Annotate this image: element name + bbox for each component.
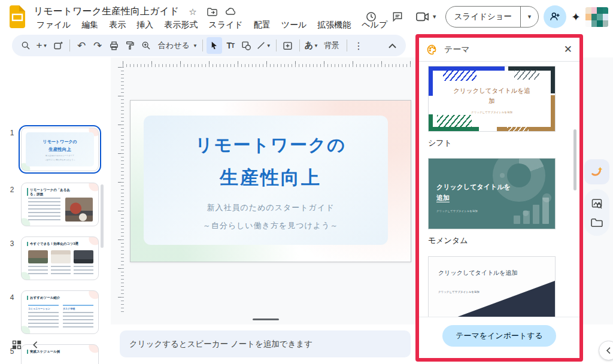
share-button[interactable]: [544, 5, 566, 28]
grid-view-icon[interactable]: [12, 340, 22, 350]
search-icon[interactable]: [18, 37, 34, 54]
image-search-icon[interactable]: [591, 198, 603, 210]
menu-tools[interactable]: ツール: [276, 19, 312, 32]
filmstrip: 1 リモートワークの 生産性向上 新入社員のためのスタートガイド ～自分らしい働…: [0, 60, 111, 335]
slideshow-label[interactable]: スライドショー: [446, 7, 520, 27]
thumb-photo: [74, 250, 93, 263]
menu-slide[interactable]: スライド: [203, 19, 248, 32]
print-icon[interactable]: [106, 37, 122, 54]
avatar-pixel: [597, 7, 603, 14]
theme-placeholder-title: クリックしてタイトルを追加: [438, 269, 518, 277]
add-slide-button[interactable]: +▼: [34, 37, 50, 54]
new-slide-layout-icon[interactable]: [50, 37, 66, 54]
palette-icon: [426, 44, 438, 56]
theme-decoration: [551, 66, 555, 93]
google-slides-logo[interactable]: [10, 5, 26, 28]
addon-icon: [590, 165, 603, 178]
speaker-notes[interactable]: クリックするとスピーカー ノートを追加できます: [120, 330, 411, 357]
addon-button[interactable]: [584, 159, 609, 184]
move-folder-icon[interactable]: [207, 7, 217, 17]
thumb-photo: [28, 250, 48, 263]
theme-panel-header: テーマ ✕: [419, 38, 579, 62]
comments-icon[interactable]: [387, 6, 408, 28]
thumb-heading: 今すぐできる！効率化のコツ3選: [27, 242, 78, 246]
menu-extensions[interactable]: 拡張機能: [312, 19, 356, 32]
theme-option-3[interactable]: クリックしてタイトルを追加 クリックしてサブタイトルを追加: [428, 256, 556, 317]
insert-placeholder-icon[interactable]: [280, 37, 296, 54]
cloud-saved-icon[interactable]: [226, 7, 236, 17]
chevron-left-icon: [606, 347, 611, 354]
theme-placeholder-subtitle: クリックしてサブタイトルを追加: [436, 210, 478, 213]
theme-decoration: [429, 257, 555, 317]
font-menu[interactable]: あ▼: [304, 37, 320, 54]
gemini-icon[interactable]: ✦: [571, 10, 581, 24]
background-button[interactable]: 背景: [320, 37, 343, 54]
text-box-icon[interactable]: TT: [223, 37, 238, 54]
slide-title-line1[interactable]: リモートワークの: [195, 134, 346, 157]
undo-icon[interactable]: ↶: [74, 37, 89, 54]
folder-icon[interactable]: [591, 218, 603, 228]
document-title[interactable]: リモートワーク生産性向上ガイド: [34, 5, 179, 18]
select-cursor-icon[interactable]: [207, 37, 222, 54]
theme-decoration: [514, 70, 539, 80]
slide-title-line2[interactable]: 生産性向上: [220, 165, 321, 190]
thumb-column-lines: [63, 312, 93, 330]
theme-panel: テーマ ✕ クリックしてタイトルを追加 クリックしてサブタイトルを追加 シフト: [415, 34, 583, 362]
slideshow-button[interactable]: スライドショー ▼: [445, 6, 539, 28]
slideshow-dropdown[interactable]: ▼: [520, 7, 538, 27]
more-options-icon[interactable]: ⋮: [351, 37, 366, 54]
theme-decoration: [443, 69, 477, 81]
filmstrip-scrollbar[interactable]: [101, 184, 104, 248]
toolbar-separator: [202, 40, 203, 51]
collapse-filmstrip-icon[interactable]: [32, 341, 38, 349]
paint-format-icon[interactable]: [122, 37, 138, 54]
line-icon[interactable]: ▼: [255, 37, 272, 54]
slide-thumbnail-4[interactable]: おすすめツール紹介 コミュニケーション タスク管理: [21, 290, 99, 334]
avatar-pixel: [597, 20, 603, 27]
selected-thumbnail-ring: [19, 125, 101, 174]
collapse-panel-button[interactable]: [599, 341, 613, 360]
slide-subtitle-line1[interactable]: 新入社員のためのスタートガイド: [207, 202, 334, 213]
theme-option-shift[interactable]: クリックしてタイトルを追加 クリックしてサブタイトルを追加: [428, 66, 556, 132]
menu-insert[interactable]: 挿入: [131, 19, 159, 32]
collapse-toolbar-icon[interactable]: [384, 37, 400, 54]
slide-number: 2: [7, 186, 17, 194]
slide-number: 3: [7, 239, 17, 248]
menu-edit[interactable]: 編集: [76, 19, 104, 32]
menu-view[interactable]: 表示: [104, 19, 131, 32]
menu-format[interactable]: 表示形式: [159, 19, 203, 32]
theme-decoration: [429, 66, 433, 96]
close-icon[interactable]: ✕: [564, 43, 572, 56]
fit-zoom-select[interactable]: 合わせる▼: [154, 37, 199, 54]
menu-arrange[interactable]: 配置: [248, 19, 276, 32]
thumb-bullets: [28, 198, 60, 222]
slide-thumbnail-2[interactable]: リモートワークの「あるある」課題: [21, 183, 99, 226]
slide-editor[interactable]: リモートワークの 生産性向上 新入社員のためのスタートガイド ～自分らしい働き方…: [130, 100, 411, 262]
avatar[interactable]: [585, 7, 608, 27]
theme-decoration: [437, 115, 472, 128]
meet-camera-icon[interactable]: ▼: [413, 6, 441, 28]
menubar: ファイル 編集 表示 挿入 表示形式 スライド 配置 ツール 拡張機能 ヘルプ: [31, 19, 393, 32]
theme-option-momentum[interactable]: クリックしてタイトルを 追加 クリックしてサブタイトルを追加: [428, 158, 556, 229]
theme-decoration: [500, 173, 505, 178]
import-theme-button[interactable]: テーマをインポートする: [442, 325, 556, 347]
theme-name-shift: シフト: [428, 138, 579, 148]
theme-decoration: [507, 127, 529, 131]
slide-thumbnail-3[interactable]: 今すぐできる！効率化のコツ3選: [21, 236, 99, 280]
thumb-caption: [74, 266, 93, 275]
star-icon[interactable]: ☆: [187, 7, 198, 17]
thumb-column: コミュニケーション: [28, 305, 59, 330]
version-history-icon[interactable]: [360, 6, 382, 28]
zoom-in-icon[interactable]: [138, 37, 154, 54]
theme-list-scrollbar[interactable]: [573, 129, 576, 190]
slide-number: 4: [7, 293, 17, 302]
menu-file[interactable]: ファイル: [31, 19, 76, 32]
slide-subtitle-line2[interactable]: ～自分らしい働き方を見つけよう～: [203, 220, 339, 231]
avatar-pixel: [585, 20, 591, 27]
thumb-photo: [65, 198, 93, 222]
redo-icon[interactable]: ↷: [90, 37, 105, 54]
side-rail: [584, 189, 609, 236]
thumb-heading: リモートワークの「あるある」課題: [27, 188, 74, 196]
notes-resize-handle[interactable]: [253, 318, 279, 320]
shape-icon[interactable]: [239, 37, 254, 54]
